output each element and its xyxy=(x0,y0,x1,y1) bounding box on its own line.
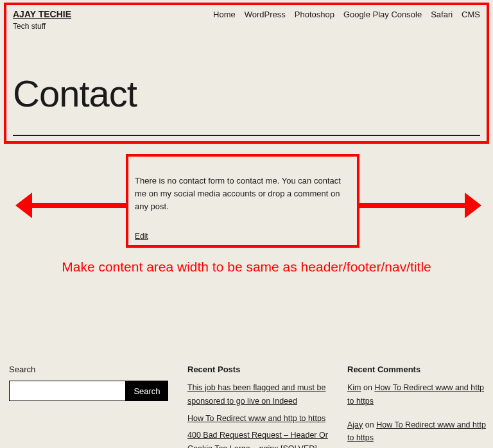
nav-wordpress[interactable]: WordPress xyxy=(245,10,286,19)
arrow-right-icon xyxy=(465,193,481,218)
search-widget: Search Search xyxy=(9,365,168,448)
header: AJAY TECHIE Tech stuff Home WordPress Ph… xyxy=(6,5,487,115)
header-divider xyxy=(13,135,480,136)
nav-photoshop[interactable]: Photoshop xyxy=(295,10,334,19)
primary-nav: Home WordPress Photoshop Google Play Con… xyxy=(213,9,480,19)
recent-posts-widget: Recent Posts This job has been flagged a… xyxy=(187,365,328,448)
nav-google-play-console[interactable]: Google Play Console xyxy=(343,10,422,19)
site-title[interactable]: AJAY TECHIE xyxy=(13,9,71,19)
search-input[interactable] xyxy=(9,381,126,401)
search-label: Search xyxy=(9,365,168,374)
comment-on-text: on xyxy=(361,383,375,392)
list-item: How To Redirect www and http to https xyxy=(187,411,328,425)
recent-posts-heading: Recent Posts xyxy=(187,365,328,374)
site-tagline: Tech stuff xyxy=(13,22,71,31)
recent-comments-heading: Recent Comments xyxy=(347,365,488,374)
comment-on-text: on xyxy=(363,420,376,429)
annotation-arrow-left xyxy=(15,193,126,218)
nav-safari[interactable]: Safari xyxy=(431,10,453,19)
list-item: This job has been flagged and must be sp… xyxy=(187,381,328,408)
comment-author-link[interactable]: Kim xyxy=(347,383,361,392)
list-item: Ajay on How To Redirect www and http to … xyxy=(347,418,488,445)
header-annotation-box: AJAY TECHIE Tech stuff Home WordPress Ph… xyxy=(4,3,489,144)
edit-link[interactable]: Edit xyxy=(135,232,148,241)
content-paragraph: There is no contact form to contact me. … xyxy=(135,175,348,213)
comment-author-link[interactable]: Ajay xyxy=(347,420,363,429)
list-item: 400 Bad Request Request – Header Or Cook… xyxy=(187,428,328,448)
nav-home[interactable]: Home xyxy=(213,10,236,19)
content-annotation-box: There is no contact form to contact me. … xyxy=(126,154,359,248)
list-item: Kim on How To Redirect www and http to h… xyxy=(347,381,488,408)
nav-cms[interactable]: CMS xyxy=(462,10,480,19)
recent-comments-widget: Recent Comments Kim on How To Redirect w… xyxy=(347,365,488,448)
annotation-text: Make content area width to be same as he… xyxy=(0,259,493,275)
footer-widgets: Search Search Recent Posts This job has … xyxy=(9,365,488,448)
recent-post-link[interactable]: How To Redirect www and http to https xyxy=(187,414,325,423)
annotation-arrow-right xyxy=(359,193,481,218)
page-title: Contact xyxy=(13,72,480,115)
recent-post-link[interactable]: This job has been flagged and must be sp… xyxy=(187,383,325,406)
page-content: There is no contact form to contact me. … xyxy=(128,157,357,252)
search-button[interactable]: Search xyxy=(126,381,168,401)
recent-post-link[interactable]: 400 Bad Request Request – Header Or Cook… xyxy=(187,431,328,448)
